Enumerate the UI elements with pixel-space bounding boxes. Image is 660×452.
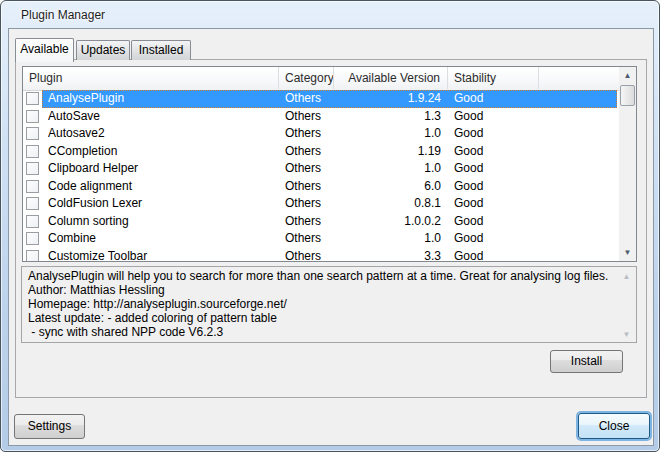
cell-plugin: Column sorting [48, 213, 278, 231]
cell-plugin: Autosave2 [48, 125, 278, 143]
scroll-up-icon: ▲ [618, 268, 635, 285]
cell-version: 1.0 [334, 160, 441, 178]
cell-plugin: AnalysePlugin [48, 90, 278, 108]
cell-stability: Good [454, 143, 554, 161]
table-row[interactable]: CombineOthers1.0Good [23, 230, 619, 248]
tab-updates[interactable]: Updates [76, 40, 130, 60]
cell-stability: Good [454, 108, 554, 126]
plugin-checkbox[interactable] [26, 232, 39, 245]
plugin-checkbox[interactable] [26, 162, 39, 175]
description-box[interactable]: AnalysePlugin will help you to search fo… [21, 266, 637, 343]
plugin-list-header: Plugin Category Available Version Stabil… [23, 67, 619, 91]
cell-version: 0.8.1 [334, 195, 441, 213]
plugin-checkbox[interactable] [26, 215, 39, 228]
table-row[interactable]: ColdFusion LexerOthers0.8.1Good [23, 195, 619, 213]
column-header-filler [539, 67, 619, 89]
cell-plugin: Combine [48, 230, 278, 248]
column-header-stability[interactable]: Stability [448, 67, 539, 89]
table-row[interactable]: Code alignmentOthers6.0Good [23, 178, 619, 196]
cell-stability: Good [454, 178, 554, 196]
tab-updates-label: Updates [81, 43, 126, 57]
cell-stability: Good [454, 90, 554, 108]
cell-stability: Good [454, 160, 554, 178]
scroll-down-icon: ▼ [618, 326, 635, 343]
plugin-checkbox[interactable] [26, 197, 39, 210]
plugin-checkbox[interactable] [26, 180, 39, 193]
install-button[interactable]: Install [550, 350, 623, 373]
tab-installed[interactable]: Installed [131, 40, 191, 60]
cell-stability: Good [454, 248, 554, 263]
plugin-checkbox[interactable] [26, 250, 39, 263]
cell-version: 1.0 [334, 125, 441, 143]
cell-plugin: ColdFusion Lexer [48, 195, 278, 213]
titlebar[interactable]: Plugin Manager [1, 1, 659, 29]
tab-available[interactable]: Available [15, 38, 74, 62]
table-row[interactable]: Autosave2Others1.0Good [23, 125, 619, 143]
cell-version: 1.9.24 [334, 90, 441, 108]
description-line: AnalysePlugin will help you to search fo… [28, 269, 612, 283]
column-header-plugin[interactable]: Plugin [23, 67, 279, 89]
description-scrollbar: ▲ ▼ [618, 268, 635, 343]
scroll-up-icon[interactable]: ▲ [619, 67, 636, 84]
cell-plugin: Code alignment [48, 178, 278, 196]
cell-plugin: CCompletion [48, 143, 278, 161]
plugin-checkbox[interactable] [26, 110, 39, 123]
plugin-description-text: AnalysePlugin will help you to search fo… [22, 267, 618, 341]
cell-stability: Good [454, 213, 554, 231]
table-row[interactable]: Customize ToolbarOthers3.3Good [23, 248, 619, 263]
column-header-available-version[interactable]: Available Version [334, 67, 448, 89]
description-line: - sync with shared NPP code V6.2.3 [28, 325, 612, 339]
table-row[interactable]: Column sortingOthers1.0.0.2Good [23, 213, 619, 231]
cell-stability: Good [454, 230, 554, 248]
description-line: Author: Matthias Hessling [28, 283, 612, 297]
description-line: Latest update: - added coloring of patte… [28, 311, 612, 325]
cell-stability: Good [454, 125, 554, 143]
plugin-checkbox[interactable] [26, 92, 39, 105]
scrollbar-thumb[interactable] [620, 85, 635, 106]
table-row[interactable]: CCompletionOthers1.19Good [23, 143, 619, 161]
tab-installed-label: Installed [139, 43, 184, 57]
plugin-list: Plugin Category Available Version Stabil… [22, 66, 637, 262]
cell-version: 1.0 [334, 230, 441, 248]
plugin-checkbox[interactable] [26, 145, 39, 158]
cell-version: 3.3 [334, 248, 441, 263]
table-row[interactable]: AutoSaveOthers1.3Good [23, 108, 619, 126]
tab-available-label: Available [20, 42, 68, 56]
cell-plugin: Customize Toolbar [48, 248, 278, 263]
table-row[interactable]: Clipboard HelperOthers1.0Good [23, 160, 619, 178]
dialog-client-area: Available Updates Installed Plugin Categ… [9, 29, 653, 445]
cell-version: 1.3 [334, 108, 441, 126]
scroll-down-icon[interactable]: ▼ [619, 244, 636, 261]
cell-plugin: AutoSave [48, 108, 278, 126]
plugin-checkbox[interactable] [26, 127, 39, 140]
list-scrollbar[interactable]: ▲ ▼ [619, 67, 636, 261]
close-button[interactable]: Close [578, 413, 650, 439]
column-header-category[interactable]: Category [279, 67, 334, 89]
cell-version: 1.0.0.2 [334, 213, 441, 231]
plugin-manager-dialog: Plugin Manager Available Updates Install… [0, 0, 660, 452]
settings-button[interactable]: Settings [14, 414, 85, 439]
cell-version: 6.0 [334, 178, 441, 196]
cell-version: 1.19 [334, 143, 441, 161]
description-line: Homepage: http://analyseplugin.sourcefor… [28, 297, 612, 311]
cell-stability: Good [454, 195, 554, 213]
window-title: Plugin Manager [21, 8, 105, 22]
table-row[interactable]: AnalysePluginOthers1.9.24Good [23, 90, 619, 108]
cell-plugin: Clipboard Helper [48, 160, 278, 178]
